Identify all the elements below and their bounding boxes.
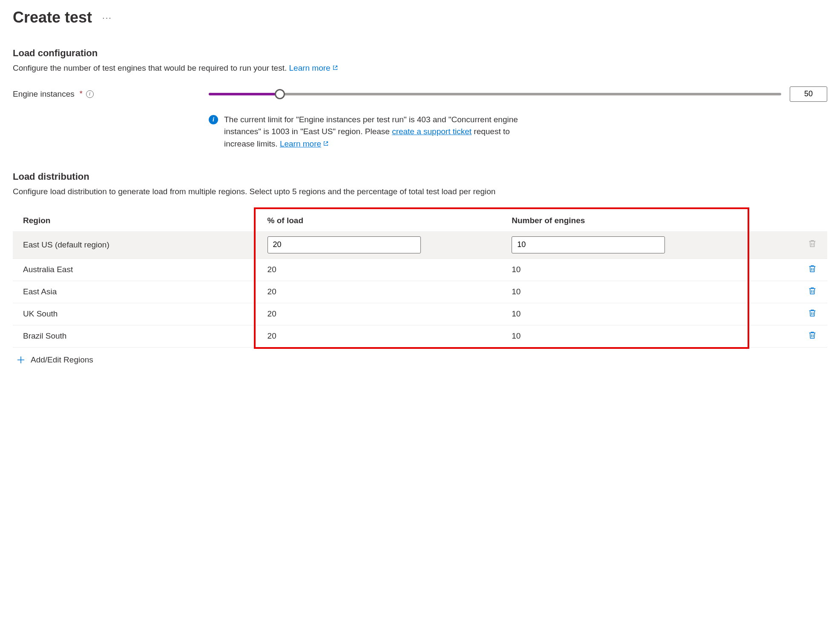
delete-region-button: [808, 239, 817, 248]
load-dist-description: Configure load distribution to generate …: [13, 186, 827, 198]
external-link-icon: [323, 141, 329, 147]
engine-instances-label: Engine instances: [13, 89, 75, 99]
table-row: UK South2010: [13, 303, 827, 325]
page-title: Create test: [13, 9, 92, 26]
learn-more-limits-link[interactable]: Learn more: [280, 139, 329, 148]
trash-icon: [808, 239, 817, 248]
slider-fill: [209, 93, 280, 95]
engine-instances-slider[interactable]: [209, 89, 781, 99]
learn-more-link[interactable]: Learn more: [289, 63, 338, 72]
delete-region-button[interactable]: [808, 264, 817, 273]
info-icon[interactable]: i: [86, 90, 94, 98]
engine-limit-info-text: The current limit for "Engine instances …: [224, 114, 541, 150]
region-cell: East Asia: [13, 281, 257, 303]
table-header-row: Region % of load Number of engines: [13, 210, 827, 231]
num-engines-input[interactable]: [512, 236, 665, 253]
load-config-heading: Load configuration: [13, 48, 827, 59]
action-cell: [746, 281, 827, 303]
engine-instances-label-wrap: Engine instances * i: [13, 89, 200, 99]
load-dist-heading: Load distribution: [13, 171, 827, 182]
add-edit-regions-button[interactable]: Add/Edit Regions: [13, 348, 827, 372]
trash-icon: [808, 286, 817, 296]
engine-limit-info-banner: i The current limit for "Engine instance…: [209, 114, 541, 150]
slider-thumb[interactable]: [275, 89, 285, 99]
action-cell: [746, 231, 827, 259]
num-engines-cell: 10: [501, 325, 746, 347]
load-config-description: Configure the number of test engines tha…: [13, 62, 827, 75]
page-header: Create test ···: [13, 9, 827, 26]
required-indicator: *: [80, 89, 83, 98]
num-engines-cell: 10: [501, 259, 746, 281]
trash-icon: [808, 331, 817, 340]
table-row: Australia East2010: [13, 259, 827, 281]
pct-load-cell: 20: [257, 325, 502, 347]
delete-region-button[interactable]: [808, 286, 817, 296]
region-cell: UK South: [13, 303, 257, 325]
column-header-num-engines: Number of engines: [501, 210, 746, 231]
more-actions-button[interactable]: ···: [102, 13, 112, 23]
num-engines-cell: 10: [501, 303, 746, 325]
add-edit-regions-label: Add/Edit Regions: [31, 355, 93, 365]
pct-load-cell: 20: [257, 303, 502, 325]
table-row: East US (default region): [13, 231, 827, 259]
delete-region-button[interactable]: [808, 308, 817, 318]
slider-track: [209, 93, 781, 95]
info-icon: i: [209, 115, 218, 124]
delete-region-button[interactable]: [808, 331, 817, 340]
column-header-action: [746, 210, 827, 231]
engine-instances-row: Engine instances * i: [13, 86, 827, 102]
trash-icon: [808, 264, 817, 273]
table-row: Brazil South2010: [13, 325, 827, 347]
num-engines-cell: 10: [501, 281, 746, 303]
load-distribution-section: Load distribution Configure load distrib…: [13, 171, 827, 372]
region-cell: Brazil South: [13, 325, 257, 347]
create-support-ticket-link[interactable]: create a support ticket: [392, 127, 472, 136]
pct-load-cell: [257, 231, 502, 259]
trash-icon: [808, 308, 817, 318]
action-cell: [746, 259, 827, 281]
table-row: East Asia2010: [13, 281, 827, 303]
region-cell: East US (default region): [13, 231, 257, 259]
pct-load-cell: 20: [257, 259, 502, 281]
load-distribution-table: Region % of load Number of engines East …: [13, 210, 827, 348]
region-cell: Australia East: [13, 259, 257, 281]
load-configuration-section: Load configuration Configure the number …: [13, 48, 827, 150]
column-header-region: Region: [13, 210, 257, 231]
plus-icon: [16, 355, 26, 365]
num-engines-cell: [501, 231, 746, 259]
action-cell: [746, 303, 827, 325]
column-header-pct-load: % of load: [257, 210, 502, 231]
engine-instances-input[interactable]: [790, 86, 827, 102]
external-link-icon: [332, 65, 338, 71]
pct-load-input[interactable]: [268, 236, 421, 253]
action-cell: [746, 325, 827, 347]
pct-load-cell: 20: [257, 281, 502, 303]
